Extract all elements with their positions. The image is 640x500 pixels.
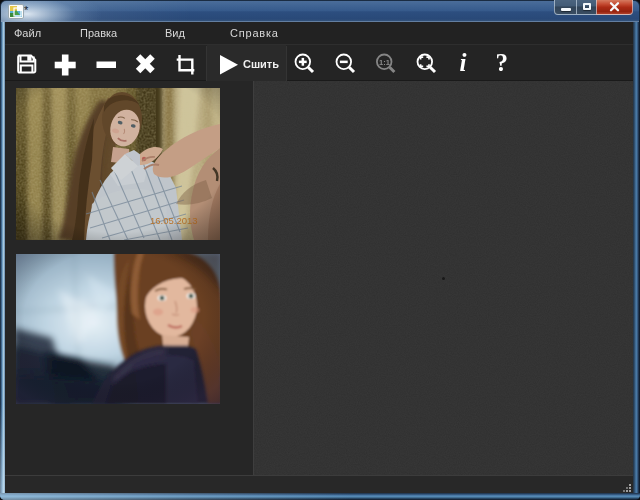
svg-text:?: ?	[496, 49, 509, 76]
svg-text:i: i	[460, 49, 467, 76]
svg-text:1:1: 1:1	[379, 58, 390, 67]
svg-text:Сшить: Сшить	[243, 58, 279, 70]
